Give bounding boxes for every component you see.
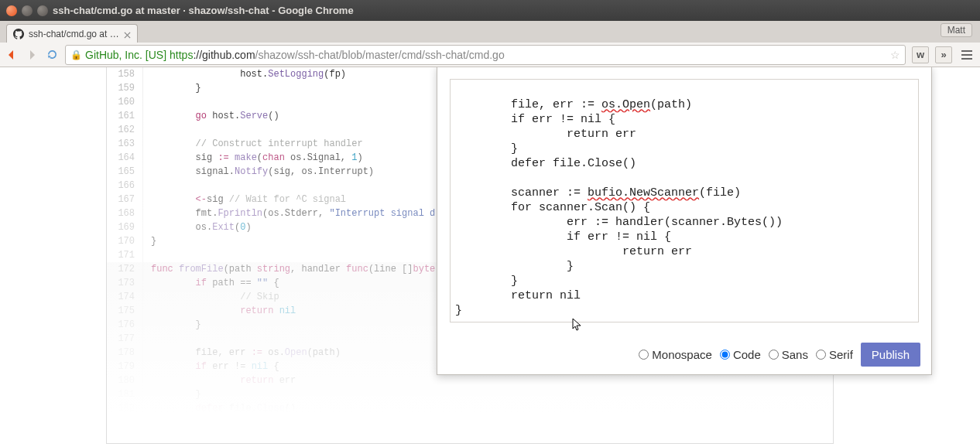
window-titlebar: ssh-chat/cmd.go at master · shazow/ssh-c…: [0, 0, 980, 21]
extension-button[interactable]: w: [912, 46, 929, 63]
line-code[interactable]: defer file.Close(): [143, 401, 833, 415]
line-number[interactable]: 168: [107, 206, 143, 220]
lock-icon: 🔒: [70, 49, 82, 60]
reload-button[interactable]: [45, 48, 59, 62]
window-title: ssh-chat/cmd.go at master · shazow/ssh-c…: [53, 5, 974, 16]
line-number[interactable]: 160: [107, 95, 143, 109]
line-code[interactable]: [143, 415, 833, 429]
profile-badge[interactable]: Matt: [941, 23, 972, 37]
font-radio-sans[interactable]: Sans: [769, 348, 808, 361]
line-number[interactable]: 163: [107, 137, 143, 151]
browser-tab[interactable]: ssh-chat/cmd.go at …: [6, 24, 138, 43]
url-protocol: https: [170, 49, 193, 61]
nav-forward-button[interactable]: [25, 48, 39, 62]
line-code[interactable]: return err: [143, 374, 833, 387]
code-line[interactable]: 184 scanner := bufio.NewScanner(file): [107, 429, 833, 443]
page-content: 158 host.SetLogging(fp)159 }160161 go ho…: [0, 67, 980, 447]
browser-toolbar: 🔒 GitHub, Inc. [US] https://github.com/s…: [0, 43, 980, 67]
font-radio-input-code[interactable]: [720, 350, 730, 360]
line-number[interactable]: 182: [107, 401, 143, 415]
line-code[interactable]: }: [143, 387, 833, 401]
code-line[interactable]: 180 return err: [107, 374, 833, 387]
font-radio-input-monospace[interactable]: [639, 350, 649, 360]
line-number[interactable]: 174: [107, 290, 143, 304]
font-radio-input-sans[interactable]: [769, 350, 779, 360]
line-number[interactable]: 178: [107, 346, 143, 360]
line-number[interactable]: 172: [107, 262, 143, 276]
font-radio-input-serif[interactable]: [816, 350, 826, 360]
line-number[interactable]: 179: [107, 360, 143, 374]
window-close-button[interactable]: [6, 5, 17, 16]
tabstrip: ssh-chat/cmd.go at … Matt: [0, 21, 980, 43]
font-radio-label: Code: [733, 348, 761, 361]
line-number[interactable]: 176: [107, 318, 143, 332]
line-number[interactable]: 177: [107, 332, 143, 346]
ev-cert-label: GitHub, Inc. [US]: [85, 49, 166, 61]
code-line[interactable]: 181 }: [107, 387, 833, 401]
font-radio-code[interactable]: Code: [720, 348, 761, 361]
url-host: ://github.com: [193, 49, 255, 61]
line-number[interactable]: 175: [107, 304, 143, 318]
line-number[interactable]: 164: [107, 151, 143, 165]
nav-back-button[interactable]: [5, 48, 19, 62]
line-number[interactable]: 184: [107, 429, 143, 443]
font-radio-monospace[interactable]: Monospace: [639, 348, 712, 361]
line-number[interactable]: 159: [107, 81, 143, 95]
font-radio-label: Monospace: [652, 348, 712, 361]
url-path: /shazow/ssh-chat/blob/master/cmd/ssh-cha…: [255, 49, 505, 61]
line-number[interactable]: 171: [107, 248, 143, 262]
line-number[interactable]: 166: [107, 179, 143, 193]
code-line[interactable]: 182 defer file.Close(): [107, 401, 833, 415]
github-favicon: [13, 29, 24, 39]
bookmark-star-icon[interactable]: ☆: [890, 49, 900, 61]
window-maximize-button[interactable]: [37, 5, 48, 16]
url-bar[interactable]: 🔒 GitHub, Inc. [US] https://github.com/s…: [65, 45, 906, 65]
font-radio-serif[interactable]: Serif: [816, 348, 853, 361]
extensions-overflow-button[interactable]: »: [935, 46, 952, 63]
line-number[interactable]: 170: [107, 234, 143, 248]
font-radio-label: Serif: [829, 348, 853, 361]
line-number[interactable]: 165: [107, 165, 143, 179]
snippet-editor[interactable]: file, err := os.Open(path) if err != nil…: [450, 79, 919, 322]
popup-footer: Monospace Code Sans Serif Publish: [437, 335, 931, 374]
line-number[interactable]: 162: [107, 123, 143, 137]
line-code[interactable]: scanner := bufio.NewScanner(file): [143, 429, 833, 443]
font-radio-label: Sans: [782, 348, 808, 361]
publish-button[interactable]: Publish: [861, 343, 920, 367]
line-number[interactable]: 169: [107, 220, 143, 234]
chrome-menu-button[interactable]: [958, 46, 975, 63]
line-number[interactable]: 183: [107, 415, 143, 429]
font-radio-group: Monospace Code Sans Serif: [639, 348, 852, 361]
line-number[interactable]: 158: [107, 67, 143, 81]
line-number[interactable]: 167: [107, 193, 143, 206]
code-line[interactable]: 183: [107, 415, 833, 429]
line-number[interactable]: 181: [107, 387, 143, 401]
line-number[interactable]: 180: [107, 374, 143, 387]
tab-title: ssh-chat/cmd.go at …: [29, 29, 119, 39]
line-number[interactable]: 161: [107, 109, 143, 123]
line-number[interactable]: 173: [107, 276, 143, 290]
tab-close-icon[interactable]: [124, 30, 131, 37]
extension-popup: file, err := os.Open(path) if err != nil…: [437, 67, 932, 375]
window-minimize-button[interactable]: [22, 5, 33, 16]
